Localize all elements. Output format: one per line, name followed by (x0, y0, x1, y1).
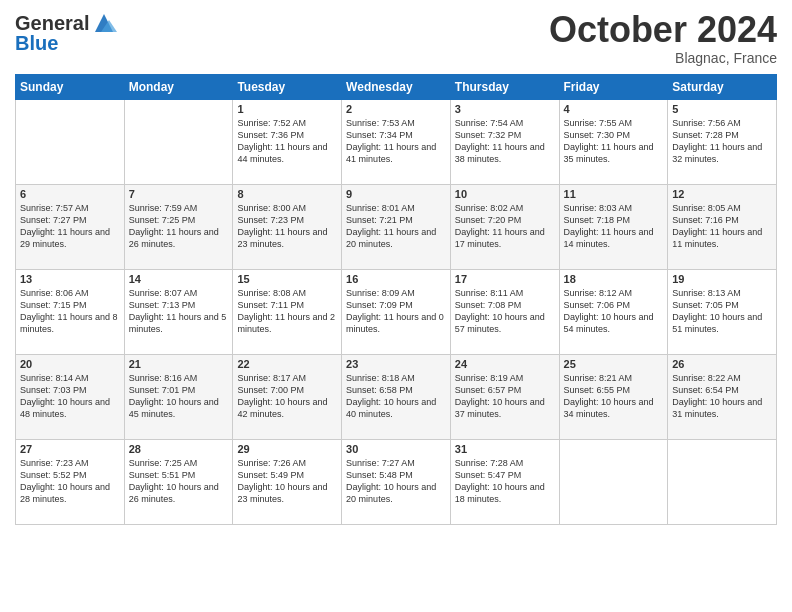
sunset-text: Sunset: 7:28 PM (672, 130, 739, 140)
day-number: 16 (346, 273, 446, 285)
calendar-cell: 31 Sunrise: 7:28 AM Sunset: 5:47 PM Dayl… (450, 439, 559, 524)
day-number: 13 (20, 273, 120, 285)
sunset-text: Sunset: 7:00 PM (237, 385, 304, 395)
page: General Blue October 2024 Blagnac, Franc… (0, 0, 792, 535)
daylight-text: Daylight: 10 hours and 31 minutes. (672, 397, 762, 419)
daylight-text: Daylight: 10 hours and 40 minutes. (346, 397, 436, 419)
daylight-text: Daylight: 10 hours and 48 minutes. (20, 397, 110, 419)
cell-content: Sunrise: 8:11 AM Sunset: 7:08 PM Dayligh… (455, 287, 555, 336)
calendar-cell: 20 Sunrise: 8:14 AM Sunset: 7:03 PM Dayl… (16, 354, 125, 439)
calendar-cell: 17 Sunrise: 8:11 AM Sunset: 7:08 PM Dayl… (450, 269, 559, 354)
cell-content: Sunrise: 8:06 AM Sunset: 7:15 PM Dayligh… (20, 287, 120, 336)
daylight-text: Daylight: 11 hours and 17 minutes. (455, 227, 545, 249)
daylight-text: Daylight: 11 hours and 38 minutes. (455, 142, 545, 164)
header-friday: Friday (559, 74, 668, 99)
calendar-table: Sunday Monday Tuesday Wednesday Thursday… (15, 74, 777, 525)
daylight-text: Daylight: 11 hours and 32 minutes. (672, 142, 762, 164)
day-number: 17 (455, 273, 555, 285)
calendar-cell: 4 Sunrise: 7:55 AM Sunset: 7:30 PM Dayli… (559, 99, 668, 184)
calendar-cell: 28 Sunrise: 7:25 AM Sunset: 5:51 PM Dayl… (124, 439, 233, 524)
week-row-1: 1 Sunrise: 7:52 AM Sunset: 7:36 PM Dayli… (16, 99, 777, 184)
day-number: 20 (20, 358, 120, 370)
day-number: 18 (564, 273, 664, 285)
sunrise-text: Sunrise: 8:17 AM (237, 373, 306, 383)
daylight-text: Daylight: 10 hours and 57 minutes. (455, 312, 545, 334)
sunset-text: Sunset: 7:34 PM (346, 130, 413, 140)
sunrise-text: Sunrise: 7:53 AM (346, 118, 415, 128)
cell-content: Sunrise: 8:14 AM Sunset: 7:03 PM Dayligh… (20, 372, 120, 421)
cell-content: Sunrise: 7:28 AM Sunset: 5:47 PM Dayligh… (455, 457, 555, 506)
sunset-text: Sunset: 7:11 PM (237, 300, 304, 310)
calendar-cell: 25 Sunrise: 8:21 AM Sunset: 6:55 PM Dayl… (559, 354, 668, 439)
cell-content: Sunrise: 7:59 AM Sunset: 7:25 PM Dayligh… (129, 202, 229, 251)
cell-content: Sunrise: 7:54 AM Sunset: 7:32 PM Dayligh… (455, 117, 555, 166)
cell-content: Sunrise: 8:22 AM Sunset: 6:54 PM Dayligh… (672, 372, 772, 421)
calendar-cell: 3 Sunrise: 7:54 AM Sunset: 7:32 PM Dayli… (450, 99, 559, 184)
day-number: 26 (672, 358, 772, 370)
sunrise-text: Sunrise: 7:59 AM (129, 203, 198, 213)
sunrise-text: Sunrise: 8:01 AM (346, 203, 415, 213)
day-number: 25 (564, 358, 664, 370)
day-number: 12 (672, 188, 772, 200)
daylight-text: Daylight: 11 hours and 8 minutes. (20, 312, 118, 334)
sunset-text: Sunset: 7:32 PM (455, 130, 522, 140)
daylight-text: Daylight: 10 hours and 26 minutes. (129, 482, 219, 504)
cell-content: Sunrise: 8:09 AM Sunset: 7:09 PM Dayligh… (346, 287, 446, 336)
calendar-cell: 18 Sunrise: 8:12 AM Sunset: 7:06 PM Dayl… (559, 269, 668, 354)
daylight-text: Daylight: 11 hours and 29 minutes. (20, 227, 110, 249)
sunset-text: Sunset: 7:25 PM (129, 215, 196, 225)
daylight-text: Daylight: 10 hours and 18 minutes. (455, 482, 545, 504)
week-row-3: 13 Sunrise: 8:06 AM Sunset: 7:15 PM Dayl… (16, 269, 777, 354)
day-number: 9 (346, 188, 446, 200)
daylight-text: Daylight: 10 hours and 23 minutes. (237, 482, 327, 504)
day-number: 10 (455, 188, 555, 200)
calendar-cell (124, 99, 233, 184)
daylight-text: Daylight: 10 hours and 54 minutes. (564, 312, 654, 334)
calendar-cell: 30 Sunrise: 7:27 AM Sunset: 5:48 PM Dayl… (342, 439, 451, 524)
daylight-text: Daylight: 11 hours and 14 minutes. (564, 227, 654, 249)
daylight-text: Daylight: 11 hours and 11 minutes. (672, 227, 762, 249)
sunrise-text: Sunrise: 8:05 AM (672, 203, 741, 213)
sunset-text: Sunset: 7:05 PM (672, 300, 739, 310)
header-thursday: Thursday (450, 74, 559, 99)
sunrise-text: Sunrise: 7:23 AM (20, 458, 89, 468)
sunrise-text: Sunrise: 8:03 AM (564, 203, 633, 213)
daylight-text: Daylight: 10 hours and 45 minutes. (129, 397, 219, 419)
header-saturday: Saturday (668, 74, 777, 99)
calendar-cell: 26 Sunrise: 8:22 AM Sunset: 6:54 PM Dayl… (668, 354, 777, 439)
sunset-text: Sunset: 7:30 PM (564, 130, 631, 140)
sunrise-text: Sunrise: 7:56 AM (672, 118, 741, 128)
daylight-text: Daylight: 11 hours and 44 minutes. (237, 142, 327, 164)
header-sunday: Sunday (16, 74, 125, 99)
header-tuesday: Tuesday (233, 74, 342, 99)
day-number: 2 (346, 103, 446, 115)
header-monday: Monday (124, 74, 233, 99)
daylight-text: Daylight: 11 hours and 26 minutes. (129, 227, 219, 249)
daylight-text: Daylight: 11 hours and 0 minutes. (346, 312, 444, 334)
cell-content: Sunrise: 8:02 AM Sunset: 7:20 PM Dayligh… (455, 202, 555, 251)
cell-content: Sunrise: 8:18 AM Sunset: 6:58 PM Dayligh… (346, 372, 446, 421)
sunset-text: Sunset: 7:13 PM (129, 300, 196, 310)
weekday-header-row: Sunday Monday Tuesday Wednesday Thursday… (16, 74, 777, 99)
calendar-cell: 16 Sunrise: 8:09 AM Sunset: 7:09 PM Dayl… (342, 269, 451, 354)
sunrise-text: Sunrise: 7:57 AM (20, 203, 89, 213)
sunrise-text: Sunrise: 8:00 AM (237, 203, 306, 213)
title-block: October 2024 Blagnac, France (549, 10, 777, 66)
week-row-2: 6 Sunrise: 7:57 AM Sunset: 7:27 PM Dayli… (16, 184, 777, 269)
sunrise-text: Sunrise: 8:19 AM (455, 373, 524, 383)
sunrise-text: Sunrise: 7:26 AM (237, 458, 306, 468)
daylight-text: Daylight: 11 hours and 41 minutes. (346, 142, 436, 164)
day-number: 6 (20, 188, 120, 200)
calendar-cell: 5 Sunrise: 7:56 AM Sunset: 7:28 PM Dayli… (668, 99, 777, 184)
calendar-cell (668, 439, 777, 524)
cell-content: Sunrise: 7:57 AM Sunset: 7:27 PM Dayligh… (20, 202, 120, 251)
calendar-cell: 22 Sunrise: 8:17 AM Sunset: 7:00 PM Dayl… (233, 354, 342, 439)
header: General Blue October 2024 Blagnac, Franc… (15, 10, 777, 66)
day-number: 28 (129, 443, 229, 455)
calendar-cell: 15 Sunrise: 8:08 AM Sunset: 7:11 PM Dayl… (233, 269, 342, 354)
sunrise-text: Sunrise: 7:25 AM (129, 458, 198, 468)
day-number: 5 (672, 103, 772, 115)
sunrise-text: Sunrise: 7:55 AM (564, 118, 633, 128)
sunset-text: Sunset: 7:15 PM (20, 300, 87, 310)
calendar-cell: 7 Sunrise: 7:59 AM Sunset: 7:25 PM Dayli… (124, 184, 233, 269)
